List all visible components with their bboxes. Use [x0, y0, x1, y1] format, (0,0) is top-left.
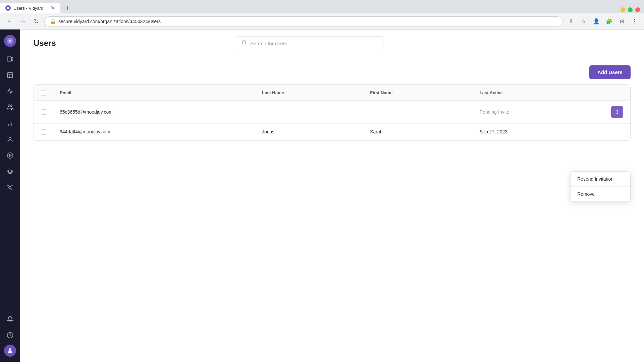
row1-action-cell — [604, 100, 630, 123]
sidebar-item-analytics[interactable] — [3, 117, 17, 130]
sidebar-item-users[interactable] — [3, 101, 17, 114]
remove-item[interactable]: Remove — [571, 187, 630, 201]
main-layout: Users Add Users — [0, 0, 644, 362]
top-bar: Users — [20, 29, 644, 57]
search-icon — [241, 40, 247, 47]
minimize-button[interactable] — [621, 7, 625, 12]
select-all-checkbox[interactable] — [41, 90, 46, 96]
active-tab[interactable]: Users - Vidyard ✕ — [0, 3, 60, 13]
sidebar-item-library[interactable] — [3, 68, 17, 82]
svg-point-12 — [9, 137, 11, 139]
table-header-row: Email Last Name First Name Last Active — [34, 85, 630, 101]
sidebar-item-learning[interactable] — [3, 165, 17, 178]
sidebar-item-account[interactable] — [3, 133, 17, 146]
row2-last-name: Jonas — [255, 123, 363, 140]
sidebar-item-media[interactable] — [3, 149, 17, 162]
add-users-button[interactable]: Add Users — [589, 65, 631, 79]
sidebar-toggle-button[interactable]: ⊞ — [616, 16, 627, 27]
tab-title: Users - Vidyard — [13, 6, 43, 11]
bookmark-button[interactable]: ☆ — [578, 16, 589, 27]
first-name-header: First Name — [363, 85, 473, 101]
forward-button[interactable]: → — [17, 16, 28, 27]
menu-button[interactable]: ⋮ — [629, 16, 640, 27]
row2-checkbox[interactable] — [41, 129, 46, 135]
extensions-button[interactable]: 🧩 — [604, 16, 614, 27]
sidebar-item-integrations[interactable] — [3, 181, 17, 194]
row2-action-cell — [604, 123, 630, 140]
row2-checkbox-cell[interactable] — [34, 123, 53, 140]
new-tab-button[interactable]: + — [60, 3, 75, 13]
svg-rect-3 — [7, 57, 12, 61]
maximize-button[interactable] — [628, 7, 633, 12]
row2-email: 944daff4@moodjoy.com — [53, 123, 255, 140]
svg-point-24 — [617, 112, 618, 112]
table-area: Add Users Email Last Name First Name Las… — [20, 57, 644, 141]
tab-bar: Users - Vidyard ✕ + — [0, 0, 644, 13]
sidebar-logo[interactable] — [4, 35, 16, 47]
back-button[interactable]: ← — [4, 16, 15, 27]
last-active-header: Last Active — [473, 85, 604, 101]
row2-first-name: Sarah — [363, 123, 473, 140]
row1-action-button[interactable] — [611, 106, 623, 118]
sidebar-item-video[interactable] — [3, 52, 17, 66]
table-row: 65c3655d@moodjoy.com Pending Invite — [34, 100, 630, 123]
tab-favicon — [5, 5, 11, 11]
profile-button[interactable]: 👤 — [591, 16, 602, 27]
row1-last-active: Pending Invite — [473, 100, 604, 123]
svg-point-17 — [11, 185, 12, 186]
users-table-wrapper: Email Last Name First Name Last Active — [34, 84, 631, 141]
browser-chrome: Users - Vidyard ✕ + ← → ↻ 🔒 secure.vidya… — [0, 0, 644, 29]
browser-actions: ⇧ ☆ 👤 🧩 ⊞ ⋮ — [566, 16, 640, 27]
svg-point-8 — [8, 105, 10, 107]
sidebar-item-activity[interactable] — [3, 84, 17, 98]
svg-point-16 — [7, 185, 8, 186]
svg-point-20 — [9, 348, 11, 351]
sidebar-item-help[interactable] — [3, 328, 17, 342]
page-title: Users — [34, 39, 56, 48]
lock-icon: 🔒 — [50, 19, 56, 24]
action-header — [604, 85, 630, 101]
share-button[interactable]: ⇧ — [566, 16, 576, 27]
tab-close-button[interactable]: ✕ — [51, 5, 55, 11]
table-row: 944daff4@moodjoy.com Jonas Sarah Sep 27,… — [34, 123, 630, 140]
close-button[interactable] — [635, 7, 640, 12]
address-text: secure.vidyard.com/organizations/3454324… — [58, 19, 161, 24]
search-input[interactable] — [250, 41, 378, 46]
search-bar[interactable] — [236, 36, 383, 50]
email-header: Email — [53, 85, 255, 101]
address-bar[interactable]: 🔒 secure.vidyard.com/organizations/34543… — [44, 16, 563, 26]
svg-point-0 — [7, 7, 9, 9]
refresh-button[interactable]: ↻ — [31, 16, 42, 27]
svg-point-21 — [242, 41, 246, 44]
row1-checkbox[interactable] — [41, 109, 46, 115]
action-dropdown-menu: Resend Invitation Remove — [570, 171, 631, 202]
add-users-row: Add Users — [34, 57, 631, 84]
row1-first-name — [363, 100, 473, 123]
row2-last-active: Sep 27, 2023 — [473, 123, 604, 140]
svg-point-13 — [7, 153, 13, 159]
sidebar — [0, 29, 20, 362]
sidebar-item-notifications[interactable] — [3, 312, 17, 326]
row1-email: 65c3655d@moodjoy.com — [53, 100, 255, 123]
last-name-header: Last Name — [255, 85, 363, 101]
users-table: Email Last Name First Name Last Active — [34, 85, 630, 140]
row1-checkbox-cell[interactable] — [34, 100, 53, 123]
select-all-header[interactable] — [34, 85, 53, 101]
new-tab-icon: + — [66, 4, 70, 12]
content-area: Users Add Users — [20, 29, 644, 362]
resend-invitation-item[interactable]: Resend Invitation — [571, 172, 630, 187]
svg-marker-4 — [11, 57, 13, 61]
svg-marker-14 — [9, 155, 11, 157]
svg-point-25 — [617, 113, 618, 114]
svg-point-23 — [617, 110, 618, 111]
svg-point-15 — [9, 186, 11, 189]
sidebar-bottom — [3, 312, 17, 357]
avatar[interactable] — [4, 345, 16, 357]
svg-line-22 — [245, 44, 246, 45]
browser-toolbar: ← → ↻ 🔒 secure.vidyard.com/organizations… — [0, 13, 644, 29]
row1-last-name — [255, 100, 363, 123]
svg-rect-5 — [8, 73, 13, 78]
